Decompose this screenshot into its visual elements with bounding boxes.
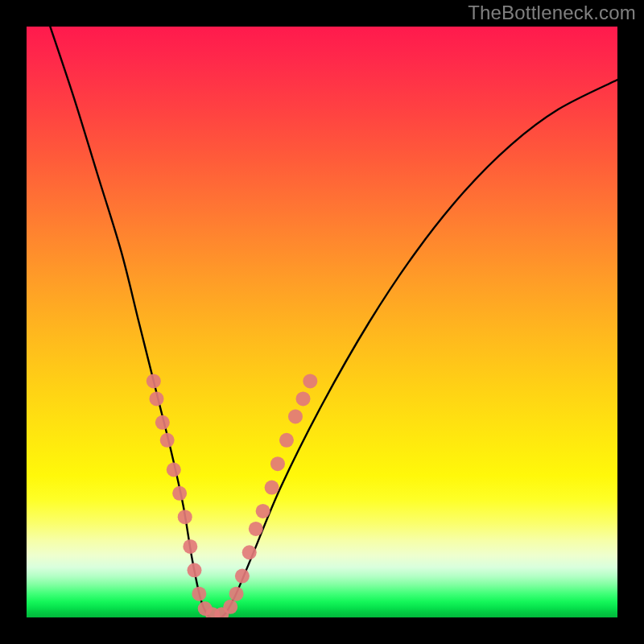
plot-area (27, 27, 617, 617)
curve-marker (155, 415, 170, 430)
bottleneck-curve (50, 27, 617, 617)
curve-marker (242, 545, 257, 559)
curve-marker (149, 391, 163, 406)
curve-marker (187, 563, 201, 577)
curve-markers (147, 374, 318, 617)
curve-marker (256, 504, 270, 518)
curve-marker (183, 539, 197, 554)
curve-marker (270, 456, 285, 471)
curve-marker (288, 409, 303, 423)
watermark-text: TheBottleneck.com (468, 2, 636, 24)
curve-marker (279, 433, 294, 448)
curve-marker (147, 374, 161, 388)
curve-svg (27, 27, 617, 617)
curve-marker (223, 600, 237, 614)
curve-marker (160, 433, 175, 448)
curve-marker (235, 569, 250, 584)
curve-marker (249, 522, 263, 536)
curve-marker (172, 486, 187, 501)
curve-marker (167, 463, 181, 477)
chart-frame: TheBottleneck.com (0, 0, 644, 644)
curve-marker (303, 374, 317, 388)
curve-marker (192, 587, 206, 601)
curve-marker (296, 391, 311, 406)
curve-marker (229, 587, 244, 601)
curve-marker (265, 481, 279, 495)
curve-marker (178, 510, 192, 524)
